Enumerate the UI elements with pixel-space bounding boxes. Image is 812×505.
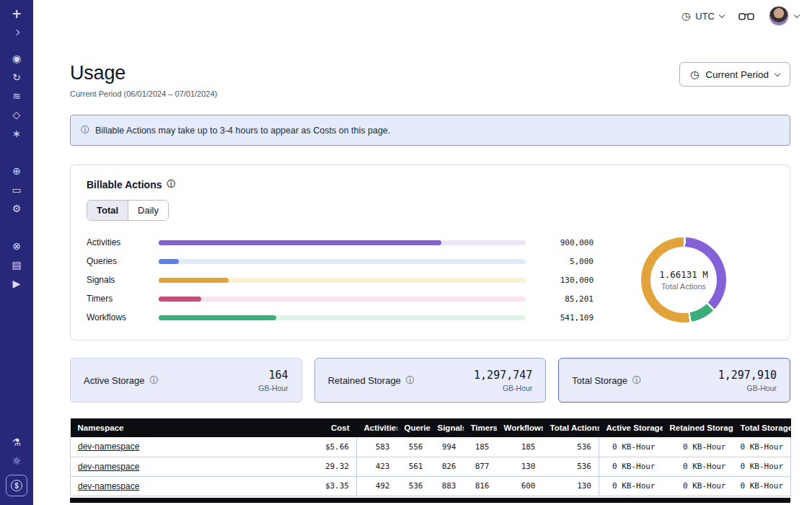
info-icon[interactable]: ⓘ (632, 374, 641, 387)
info-icon[interactable]: ⓘ (406, 374, 415, 387)
billable-bar-chart: Activities 900,000 Queries 5,000 Signals… (87, 233, 593, 327)
col-header-namespace: Namespace (71, 418, 312, 437)
limits-icon[interactable]: ⊗ (6, 237, 27, 255)
table-row: dev-namespace $3.35 492 536 883 816 600 … (71, 476, 791, 496)
bar-track (159, 278, 526, 283)
col-header-activities: Activities (357, 418, 397, 437)
queries-cell: 536 (397, 476, 431, 496)
billing-icon[interactable]: ▭ (6, 180, 27, 199)
timers-cell: 185 (464, 437, 497, 457)
donut-total-value: 1.66131 M (659, 269, 708, 280)
topbar: ◷ UTC (33, 0, 812, 32)
info-banner: ⓘ Billable Actions may take up to 3-4 ho… (70, 115, 790, 146)
theme-icon[interactable]: ☼ (6, 452, 27, 470)
col-header-queries: Queries (397, 418, 431, 437)
chevron-down-icon (794, 12, 800, 17)
tab-total[interactable]: Total (87, 201, 128, 220)
docs-icon[interactable]: ▤ (6, 255, 27, 274)
namespace-link[interactable]: dev-namespace (78, 481, 139, 491)
activities-cell: 492 (357, 476, 397, 496)
col-header-signals: Signals (431, 418, 464, 437)
bar (159, 240, 441, 245)
retained-storage-cell: 0 KB-Hour (663, 437, 733, 457)
col-header-timers: Timers (464, 418, 497, 437)
retained-storage-cell: 0 KB-Hour (663, 476, 733, 496)
billable-tabs: Total Daily (87, 200, 169, 221)
bar-row: Signals 130,000 (87, 271, 593, 289)
clock-icon: ◷ (681, 10, 690, 22)
queries-cell: 556 (397, 437, 431, 457)
table-row: dev-namespace $5.66 583 556 994 185 185 … (71, 437, 791, 457)
avatar (769, 6, 789, 26)
col-header-total-actions: Total Actions (543, 418, 599, 437)
col-header-cost: Cost (312, 418, 357, 437)
batch-icon[interactable]: ∗ (6, 124, 27, 143)
period-selector-button[interactable]: ◷ Current Period (679, 62, 790, 87)
timezone-selector[interactable]: ◷ UTC (681, 10, 724, 22)
namespace-link[interactable]: dev-namespace (78, 442, 139, 452)
bar-row: Workflows 541,109 (87, 308, 593, 327)
namespace-link[interactable]: dev-namespace (78, 462, 139, 472)
storage-card-unit: GB-Hour (718, 384, 777, 392)
active-storage-cell: 0 KB-Hour (599, 476, 663, 496)
sidebar-expand-icon[interactable] (6, 23, 27, 42)
storage-card: Total Storage ⓘ 1,297,910 GB-Hour (558, 358, 790, 403)
info-icon[interactable]: ⓘ (167, 178, 176, 190)
col-header-total-storage: Total Storage (733, 418, 791, 437)
col-header-workflows: Workflows (497, 418, 543, 437)
bar-track (159, 259, 526, 264)
total-actions-cell: 536 (543, 437, 599, 457)
storage-card-unit: GB-Hour (474, 384, 532, 392)
bar-label: Queries (87, 256, 149, 266)
storage-card-label: Active Storage (84, 375, 145, 386)
usage-nav-active[interactable]: $ (6, 475, 27, 496)
logo-icon[interactable]: + (6, 4, 27, 23)
cloud-icon[interactable]: ⊕ (6, 162, 27, 180)
tab-daily[interactable]: Daily (128, 201, 168, 220)
cost-cell: $5.66 (312, 437, 357, 457)
billable-donut: 1.66131 M Total Actions (641, 237, 726, 322)
cost-cell: 29.32 (312, 457, 357, 476)
getting-started-icon[interactable]: ▶ (6, 274, 27, 293)
chevron-down-icon (775, 70, 780, 76)
billable-actions-card: Billable Actions ⓘ Total Daily Activitie… (70, 164, 790, 341)
stopwatch-icon: ◷ (690, 69, 699, 80)
workflows-cell: 130 (497, 457, 543, 476)
settings-icon[interactable]: ⚙ (6, 199, 27, 218)
goggles-icon[interactable] (738, 12, 754, 21)
signals-cell: 826 (431, 457, 464, 476)
table-footer-partial-row (70, 498, 790, 503)
deployments-icon[interactable]: ◇ (6, 105, 27, 124)
bar-track (159, 297, 526, 302)
bar-label: Workflows (87, 312, 149, 322)
info-icon[interactable]: ⓘ (150, 374, 159, 387)
total-storage-cell: 0 KB-Hour (733, 437, 791, 457)
bar-row: Activities 900,000 (87, 233, 593, 252)
queues-icon[interactable]: ≋ (6, 87, 27, 105)
workflows-cell: 185 (497, 437, 543, 457)
storage-cards-row: Active Storage ⓘ 164 GB-Hour Retained St… (70, 358, 790, 403)
bar-row: Timers 85,201 (87, 289, 593, 308)
info-icon: ⓘ (81, 124, 89, 136)
namespaces-icon[interactable]: ◉ (6, 49, 27, 68)
lab-flask-icon[interactable]: ⚗ (6, 433, 27, 452)
page-title: Usage (70, 62, 217, 84)
sidebar: + ◉ ↻ ≋ ◇ ∗ ⊕ ▭ ⚙ ⊗ ▤ ▶ ⚗ ☼ $ (0, 0, 33, 505)
col-header-retained-storage: Retained Storage (663, 418, 733, 437)
bar-value: 900,000 (536, 238, 593, 247)
banner-text: Billable Actions may take up to 3-4 hour… (95, 126, 390, 136)
bar (159, 297, 201, 302)
storage-card: Active Storage ⓘ 164 GB-Hour (70, 358, 302, 403)
storage-card-unit: GB-Hour (258, 384, 288, 392)
main-content: Usage Current Period (06/01/2024 – 07/01… (33, 32, 812, 505)
retained-storage-cell: 0 KB-Hour (663, 457, 733, 476)
schedules-icon[interactable]: ↻ (6, 68, 27, 87)
total-actions-cell: 130 (543, 476, 599, 496)
signals-cell: 883 (431, 476, 464, 496)
storage-card-label: Total Storage (572, 375, 627, 386)
timezone-label: UTC (695, 11, 715, 22)
namespace-usage-table: Namespace Cost Activities Queries Signal… (70, 418, 791, 496)
account-menu[interactable] (769, 6, 799, 26)
active-storage-cell: 0 KB-Hour (599, 437, 663, 457)
usage-dollar-icon: $ (11, 480, 22, 491)
